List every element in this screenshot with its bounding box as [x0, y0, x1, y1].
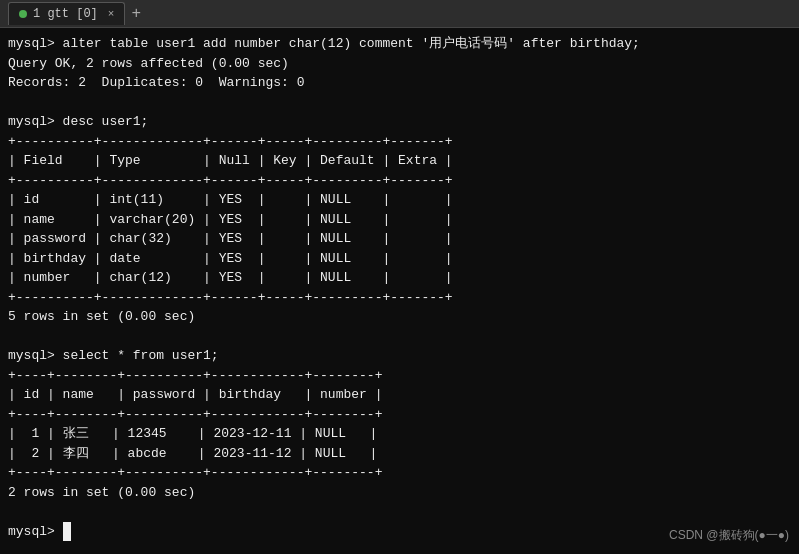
tab-label: 1 gtt [0] — [33, 7, 98, 21]
active-tab[interactable]: 1 gtt [0] × — [8, 2, 125, 25]
tab-status-dot — [19, 10, 27, 18]
watermark: CSDN @搬砖狗(●一●) — [669, 527, 789, 544]
new-tab-button[interactable]: + — [131, 5, 141, 23]
title-bar: 1 gtt [0] × + — [0, 0, 799, 28]
tab-close-button[interactable]: × — [108, 8, 115, 20]
terminal-output: mysql> alter table user1 add number char… — [0, 28, 799, 554]
